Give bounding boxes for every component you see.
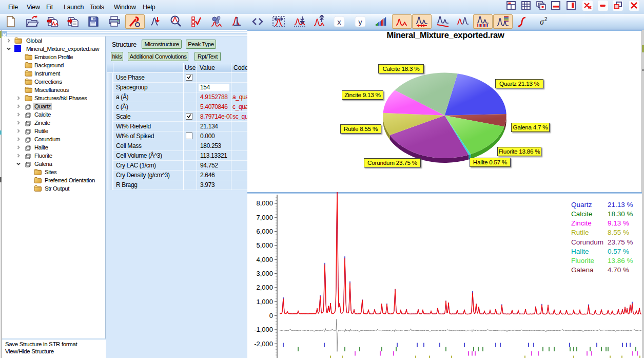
svg-text:2: 2 [544, 16, 548, 22]
tool-19[interactable] [374, 15, 387, 28]
row-9-cry: Cry LAC (1/cm)94.752 [107, 161, 247, 171]
win-5[interactable] [565, 0, 577, 11]
tree-Quartz[interactable]: Quartz [33, 103, 52, 110]
topas-app: FileViewFitLaunchToolsWindowHelp xyσ2 Gl… [0, 0, 644, 358]
plot-svg: .ax{font:13px "Liberation Sans",Arial,sa… [248, 192, 644, 358]
caption-stripes [2, 31, 247, 36]
tree-Mineral_Mixture_exported.raw[interactable]: Mineral_Mixture_exported.raw [25, 45, 100, 52]
toolbar: xyσ2 [0, 14, 644, 30]
btn-hkls[interactable]: hkls [111, 52, 123, 61]
win-4[interactable] [550, 0, 561, 11]
tool-7[interactable] [128, 15, 141, 28]
win-8[interactable] [612, 0, 623, 11]
structure-label: Structure [112, 41, 136, 48]
tree-Corundum[interactable]: Corundum [33, 136, 61, 143]
tree-Sites[interactable]: Sites [44, 168, 57, 176]
tool-4[interactable] [67, 15, 80, 28]
tool-23[interactable] [456, 15, 470, 28]
menu-tools[interactable]: Tools [90, 4, 104, 11]
svg-text:4,000: 4,000 [256, 256, 273, 263]
tool-26[interactable] [516, 15, 530, 28]
tool-5[interactable] [87, 15, 100, 28]
menu-file[interactable]: File [8, 4, 18, 11]
tool-18[interactable]: y [354, 15, 367, 28]
win-1[interactable] [505, 0, 517, 11]
row-0-use: Use Phase [107, 73, 247, 83]
svg-text:Galena: Galena [571, 266, 594, 274]
row-10-cry: Cry Density (g/cm^3)2.646 [107, 171, 247, 180]
svg-text:0.57 %: 0.57 % [608, 248, 629, 255]
tool-9[interactable] [169, 15, 183, 28]
tree-Fluorite[interactable]: Fluorite [33, 152, 53, 159]
pie-label-galena: Galena 4.7 % [511, 123, 550, 132]
tool-3[interactable] [46, 15, 60, 28]
menu-launch[interactable]: Launch [64, 4, 84, 11]
pie-label-halite: Halite 0.57 % [470, 158, 511, 167]
svg-text:Quartz: Quartz [571, 201, 592, 209]
tool-14[interactable] [272, 15, 285, 28]
tool-13[interactable] [251, 15, 264, 28]
menu-view[interactable]: View [27, 4, 40, 11]
menu-help[interactable]: Help [143, 4, 155, 11]
win-7[interactable] [597, 0, 609, 11]
row-2-a: a (Å)4.9152788a_qua [107, 92, 247, 102]
pie-label-zincite: Zincite 9.13 % [342, 90, 383, 100]
tool-22[interactable] [436, 15, 450, 28]
svg-text:-2,000: -2,000 [254, 340, 273, 348]
tree-Instrument[interactable]: Instrument [33, 70, 61, 77]
tool-2[interactable] [25, 15, 38, 28]
tool-21[interactable] [415, 15, 428, 28]
menu-fit[interactable]: Fit [46, 4, 53, 11]
row-6-wtpct: Wt% of Spiked0.000 [107, 131, 247, 141]
svg-text:-1,000: -1,000 [254, 326, 273, 333]
row-4-scale: Scale8.79714e-00sc_qu [107, 112, 247, 122]
btn-microstructure[interactable]: Microstructure [142, 40, 182, 49]
tool-6[interactable] [108, 15, 121, 28]
tree-Rutile[interactable]: Rutile [33, 127, 49, 135]
tree-Structures/hkl Phases[interactable]: Structures/hkl Phases [33, 95, 88, 102]
win-6[interactable] [582, 0, 593, 11]
svg-text:1,000: 1,000 [256, 298, 273, 306]
tree-Emission Profile[interactable]: Emission Profile [33, 53, 74, 61]
left-strip [0, 30, 2, 358]
row-5-wtpct: Wt% Rietveld21.134 [107, 122, 247, 131]
svg-text:Corundum: Corundum [571, 238, 603, 246]
tree-Zincite[interactable]: Zincite [33, 119, 51, 126]
svg-text:13.86 %: 13.86 % [608, 257, 633, 265]
tool-17[interactable]: x [333, 15, 346, 28]
tree-Calcite[interactable]: Calcite [33, 111, 52, 118]
tree-Halite[interactable]: Halite [33, 144, 49, 151]
tool-25[interactable] [496, 15, 510, 28]
btn-peak-type[interactable]: Peak Type [186, 40, 216, 49]
tree-Corrections[interactable]: Corrections [33, 78, 63, 85]
tree-panel: GlobalMineral_Mixture_exported.rawEmissi… [2, 36, 106, 338]
menu-window[interactable]: Window [114, 4, 136, 11]
tool-8[interactable] [149, 15, 162, 28]
svg-text:5,000: 5,000 [256, 241, 273, 249]
tree-Preferred Orientation[interactable]: Preferred Orientation [44, 177, 96, 184]
btn-rpt-text[interactable]: Rpt/Text [194, 52, 221, 61]
tool-12[interactable] [230, 15, 244, 28]
row-7-cell: Cell Mass180.253 [107, 141, 247, 151]
pie-label-quartz: Quartz 21.13 % [495, 79, 543, 88]
tool-16[interactable] [313, 15, 326, 28]
svg-text:0: 0 [269, 312, 273, 319]
btn-additional-convolutions[interactable]: Additional Convolutions [128, 52, 188, 61]
tree-Background[interactable]: Background [33, 62, 65, 69]
tool-20[interactable] [395, 15, 408, 28]
tree-Miscellaneous[interactable]: Miscellaneous [33, 86, 70, 93]
win-2[interactable] [520, 0, 532, 11]
win-3[interactable] [535, 0, 547, 11]
tool-15[interactable] [293, 15, 306, 28]
svg-text:9.13 %: 9.13 % [608, 219, 629, 227]
tree-Galena[interactable]: Galena [33, 160, 53, 167]
win-9[interactable] [629, 0, 640, 11]
tree-Str Output[interactable]: Str Output [44, 185, 70, 192]
tree-Global[interactable]: Global [25, 37, 43, 44]
close-btn[interactable] [2, 31, 7, 36]
tool-27[interactable]: σ2 [537, 15, 550, 28]
tool-1[interactable] [4, 15, 17, 28]
tool-11[interactable] [210, 15, 223, 28]
tool-24[interactable] [476, 15, 490, 28]
tool-10[interactable] [189, 15, 203, 28]
